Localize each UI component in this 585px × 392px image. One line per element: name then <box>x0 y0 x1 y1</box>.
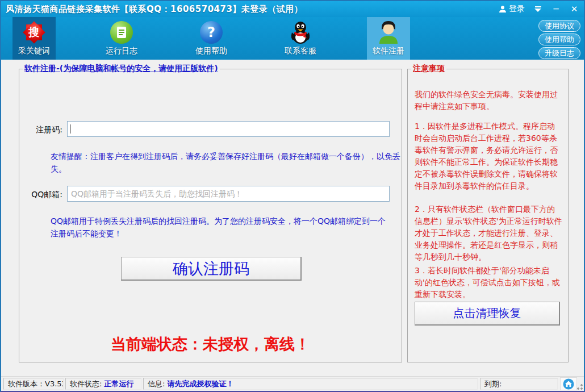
toolbar-item-contact-support[interactable]: 联系客服 <box>279 17 322 60</box>
notice-intro: 我们的软件绿色安全无病毒。安装使用过程中请注意如下事项。 <box>415 89 562 112</box>
toolbar-item-run-log[interactable]: 运行日志 <box>100 17 143 60</box>
log-document-icon <box>109 20 134 45</box>
upgrade-log-button[interactable]: 升级日志 <box>538 47 580 59</box>
statusbar-expire: 到期: <box>480 378 558 390</box>
client-status-text: 当前端状态：未授权，离线！ <box>19 334 402 355</box>
clean-restore-button[interactable]: 点击清理恢复 <box>415 302 560 326</box>
toolbar-item-label: 采关键词 <box>18 46 50 56</box>
window-title: 风清扬天猫商品链接采集软件【联系QQ：1606570473】未登录（试用） <box>6 4 303 15</box>
qq-mail-hint: QQ邮箱用于特例丢失注册码后的找回注册码。为了您的注册码安全，将一个QQ邮箱绑定… <box>51 215 392 240</box>
toolbar-item-software-register[interactable]: 软件注册 <box>367 17 410 60</box>
user-icon <box>499 5 507 13</box>
statusbar-version: 软件版本：V3.53 <box>3 378 64 390</box>
toolbar-item-label: 使用帮助 <box>195 46 227 56</box>
notice-panel: 注意事项 我们的软件绿色安全无病毒。安装使用过程中请注意如下事项。 1．因软件是… <box>407 64 569 362</box>
version-label: 软件版本： <box>8 380 45 388</box>
search-seal-icon: 搜 <box>22 20 47 45</box>
reg-code-input[interactable] <box>67 121 390 137</box>
status-label: 软件状态: <box>70 380 102 388</box>
toolbar: 搜 采关键词 运行日志 ? 使用帮助 <box>1 17 584 60</box>
app-window: 风清扬天猫商品链接采集软件【联系QQ：1606570473】未登录（试用） 登录… <box>0 0 585 392</box>
minimize-button[interactable]: ─ <box>551 4 561 14</box>
close-button[interactable]: ✕ <box>569 4 579 14</box>
chevron-down-icon <box>534 6 541 12</box>
info-value: 请先完成授权验证！ <box>168 380 234 388</box>
home-button[interactable] <box>560 377 577 390</box>
expire-label: 到期: <box>484 380 502 388</box>
qq-mail-input[interactable] <box>67 186 390 202</box>
version-value: V3.53 <box>45 380 64 388</box>
login-button[interactable]: 登录 <box>499 4 525 14</box>
qq-mail-label: QQ邮箱: <box>19 190 62 200</box>
status-value: 正常运行 <box>105 380 134 388</box>
text-caret <box>70 124 70 134</box>
register-panel: 软件注册-(为保障电脑和帐号的安全，请使用正版软件) 注册码: 友情提醒：注册客… <box>19 64 402 362</box>
content-area: 软件注册-(为保障电脑和帐号的安全，请使用正版软件) 注册码: 友情提醒：注册客… <box>1 60 584 376</box>
help-question-icon: ? <box>199 20 224 45</box>
info-label: 信息: <box>148 380 165 388</box>
home-icon <box>563 378 574 390</box>
toolbar-item-label: 运行日志 <box>106 46 137 56</box>
statusbar-info: 信息: 请先完成授权验证！ <box>143 378 478 390</box>
login-label: 登录 <box>509 4 525 14</box>
notice-panel-legend: 注意事项 <box>411 64 446 74</box>
qq-penguin-icon <box>288 20 313 45</box>
notice-item-1: 1．因软件是多进程工作模式。程序启动时会自动启动后台工作进程，若360等杀毒软件… <box>415 120 562 192</box>
register-panel-legend: 软件注册-(为保障电脑和帐号的安全，请使用正版软件) <box>23 64 220 74</box>
statusbar: 软件版本：V3.53 软件状态: 正常运行 信息: 请先完成授权验证！ 到期: <box>1 376 584 391</box>
notice-item-3: 3．若长时间软件都处于'部分功能未启动'的红色状态，可偿试点击如下按钮，或重新下… <box>415 265 562 301</box>
usage-agreement-button[interactable]: 使用协议 <box>538 20 580 32</box>
toolbar-item-label: 软件注册 <box>373 46 404 56</box>
resize-grip-icon[interactable] <box>575 382 583 390</box>
reg-code-label: 注册码: <box>19 125 62 135</box>
window-controls: 登录 ─ ✕ <box>499 4 579 14</box>
usage-help-button[interactable]: 使用帮助 <box>538 34 580 45</box>
toolbar-item-help[interactable]: ? 使用帮助 <box>190 17 233 60</box>
titlebar: 风清扬天猫商品链接采集软件【联系QQ：1606570473】未登录（试用） 登录… <box>1 1 584 17</box>
statusbar-status: 软件状态: 正常运行 <box>65 378 141 390</box>
toolbar-item-collect-keywords[interactable]: 搜 采关键词 <box>12 17 56 60</box>
toolbar-item-label: 联系客服 <box>285 46 316 56</box>
notice-item-2: 2．只有软件状态栏（软件窗口最下方的信息栏）显示'软件状态'为正常运行时软件才处… <box>415 203 562 263</box>
skin-menu-button[interactable] <box>533 4 543 14</box>
user-register-icon <box>376 20 401 45</box>
confirm-reg-code-button[interactable]: 确认注册码 <box>121 257 302 281</box>
reg-code-hint: 友情提醒：注册客户在得到注册码后，请务必妥善保存好注册码（最好在邮箱做一个备份）… <box>51 151 402 175</box>
